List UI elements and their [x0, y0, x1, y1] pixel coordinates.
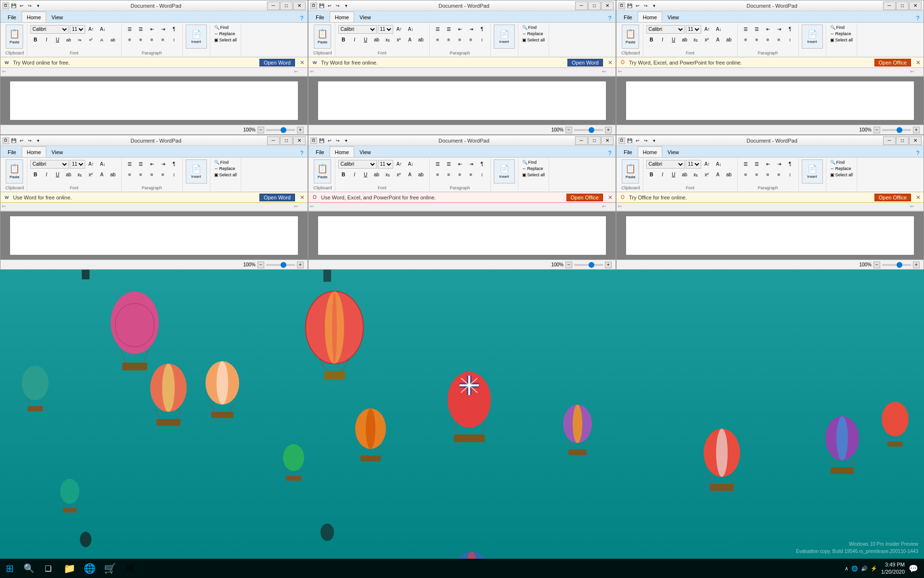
start-button[interactable]: ⊞ — [0, 559, 19, 578]
tab-file-2[interactable]: File — [310, 12, 330, 22]
strikethrough-3[interactable]: ab — [680, 35, 690, 45]
ac-2[interactable]: ≡ — [444, 35, 454, 45]
zoom-out-6[interactable]: − — [873, 262, 880, 268]
insert-btn-6[interactable]: 📄Insert — [802, 159, 823, 184]
ps-6[interactable]: ¶ — [785, 159, 796, 169]
italic-6[interactable]: I — [657, 170, 668, 180]
di-3[interactable]: ⇤ — [763, 25, 773, 34]
undo-qat-5[interactable]: ↩ — [326, 137, 334, 144]
zoom-in-1[interactable]: + — [297, 127, 304, 133]
para-settings-1[interactable]: ¶ — [169, 25, 180, 34]
notif-btn-3[interactable]: Open Office — [874, 59, 911, 66]
bold-4[interactable]: B — [30, 170, 41, 180]
subscript-2[interactable]: x₂ — [383, 35, 393, 45]
zoom-slider-1[interactable] — [266, 129, 295, 131]
numbering-2[interactable]: ☰ — [444, 25, 454, 34]
find-4[interactable]: 🔍Find — [213, 159, 238, 165]
aj-5[interactable]: ≡ — [466, 170, 476, 180]
menu-qat-5[interactable]: ▾ — [342, 137, 350, 144]
font-size-2[interactable]: 11 — [378, 25, 393, 34]
di-2[interactable]: ⇤ — [455, 25, 465, 34]
strikethrough-2[interactable]: ab — [372, 35, 382, 45]
font-family-3[interactable]: Calibri — [646, 25, 685, 34]
save-qat-4[interactable]: 💾 — [10, 137, 17, 144]
replace-5[interactable]: ↔Replace — [521, 166, 546, 171]
ac-4[interactable]: ≡ — [136, 170, 146, 180]
replace-2[interactable]: ↔Replace — [521, 31, 546, 37]
tray-battery[interactable]: ⚡ — [871, 565, 877, 572]
superscript-5[interactable]: x² — [394, 170, 404, 180]
bold-1[interactable]: B — [30, 35, 41, 45]
search-button[interactable]: 🔍 — [19, 559, 38, 578]
redo-qat-2[interactable]: ↪ — [334, 2, 342, 10]
subscript-1[interactable]: x₂ — [75, 35, 85, 45]
font-grow-1[interactable]: A↑ — [86, 25, 97, 34]
redo-qat-4[interactable]: ↪ — [26, 137, 34, 144]
font-shrink-1[interactable]: A↓ — [98, 25, 108, 34]
insert-btn-1[interactable]: 📄 Insert — [186, 25, 207, 49]
save-qat-3[interactable]: 💾 — [626, 2, 633, 10]
ls-5[interactable]: ↕ — [477, 170, 488, 180]
bullets-5[interactable]: ☰ — [433, 159, 443, 169]
color-2[interactable]: A — [405, 35, 415, 45]
bold-2[interactable]: B — [338, 35, 349, 45]
font-grow-2[interactable]: A↑ — [394, 25, 405, 34]
zoom-out-2[interactable]: − — [565, 127, 572, 133]
underline-5[interactable]: U — [360, 170, 371, 180]
tab-file-1[interactable]: File — [2, 12, 22, 22]
notif-close-5[interactable]: ✕ — [608, 194, 613, 201]
paste-btn-3[interactable]: 📋Paste — [622, 25, 639, 49]
close-btn-4[interactable]: ✕ — [293, 136, 306, 145]
line-spacing-1[interactable]: ↕ — [169, 35, 180, 45]
paste-btn-2[interactable]: 📋 Paste — [314, 25, 331, 49]
ls-3[interactable]: ↕ — [785, 35, 796, 45]
redo-qat-5[interactable]: ↪ — [334, 137, 342, 144]
find-2[interactable]: 🔍Find — [521, 25, 546, 30]
subscript-4[interactable]: x₂ — [75, 170, 85, 180]
font-family-5[interactable]: Calibri — [338, 160, 377, 169]
notification-center[interactable]: 💬 — [909, 564, 918, 573]
doc-area-5[interactable] — [308, 211, 616, 260]
zoom-out-5[interactable]: − — [565, 262, 572, 268]
underline-1[interactable]: U — [52, 35, 63, 45]
zoom-slider-6[interactable] — [882, 264, 911, 266]
notif-close-1[interactable]: ✕ — [300, 59, 305, 66]
insert-btn-3[interactable]: 📄Insert — [802, 25, 823, 49]
replace-3[interactable]: ↔Replace — [829, 31, 854, 37]
minimize-btn-4[interactable]: ─ — [267, 136, 280, 145]
tray-volume[interactable]: 🔊 — [861, 565, 868, 572]
ii-4[interactable]: ⇥ — [158, 159, 168, 169]
zoom-out-4[interactable]: − — [257, 262, 264, 268]
bullets-2[interactable]: ☰ — [433, 25, 443, 34]
zoom-out-1[interactable]: − — [257, 127, 264, 133]
redo-qat-6[interactable]: ↪ — [642, 137, 650, 144]
undo-qat-4[interactable]: ↩ — [18, 137, 26, 144]
font-grow-5[interactable]: A↑ — [394, 159, 405, 169]
color-4[interactable]: A — [97, 170, 107, 180]
close-btn-5[interactable]: ✕ — [601, 136, 614, 145]
redo-qat-3[interactable]: ↪ — [642, 2, 650, 10]
aj-4[interactable]: ≡ — [158, 170, 168, 180]
ac-3[interactable]: ≡ — [752, 35, 762, 45]
color-5[interactable]: A — [405, 170, 415, 180]
zoom-in-3[interactable]: + — [913, 127, 920, 133]
zoom-out-3[interactable]: − — [873, 127, 880, 133]
tab-file-6[interactable]: File — [618, 146, 638, 157]
notif-btn-4[interactable]: Open Word — [259, 194, 295, 201]
find-5[interactable]: 🔍Find — [521, 159, 546, 165]
numbering-6[interactable]: ☰ — [752, 159, 762, 169]
maximize-btn-6[interactable]: □ — [896, 136, 909, 145]
undo-qat-6[interactable]: ↩ — [634, 137, 642, 144]
undo-qat-1[interactable]: ↩ — [18, 2, 26, 10]
undo-qat-2[interactable]: ↩ — [326, 2, 334, 10]
find-6[interactable]: 🔍Find — [829, 159, 854, 165]
ps-3[interactable]: ¶ — [785, 25, 796, 34]
ps-5[interactable]: ¶ — [477, 159, 488, 169]
numbering-4[interactable]: ☰ — [136, 159, 146, 169]
bullets-6[interactable]: ☰ — [741, 159, 751, 169]
help-btn-1[interactable]: ? — [298, 14, 306, 22]
ar-6[interactable]: ≡ — [763, 170, 773, 180]
decrease-indent-1[interactable]: ⇤ — [147, 25, 157, 34]
save-qat-2[interactable]: 💾 — [318, 2, 325, 10]
tab-view-2[interactable]: View — [354, 12, 376, 22]
